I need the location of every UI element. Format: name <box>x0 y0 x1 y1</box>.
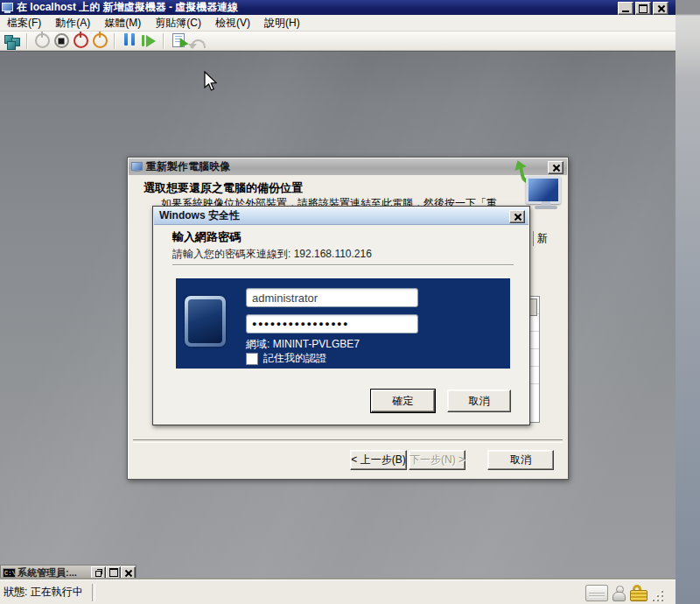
vm-guest-screen: 重新製作電腦映像 選取想要還原之電腦的備份位置 如果系統映像位於外部裝置，請將該… <box>0 51 676 580</box>
menu-view[interactable]: 檢視(V) <box>208 14 257 32</box>
close-icon <box>514 213 522 221</box>
mouse-cursor <box>202 71 217 92</box>
minimize-button[interactable] <box>618 2 634 15</box>
vm-connection-window: 在 localhost 上的 新增虛擬機器 - 虛擬機器連線 檔案(F) 動作(… <box>0 0 676 604</box>
lock-icon <box>630 585 646 601</box>
pause-button[interactable] <box>121 32 138 50</box>
shutdown-button[interactable] <box>72 32 89 50</box>
window-title: 在 localhost 上的 新增虛擬機器 - 虛擬機器連線 <box>17 0 238 15</box>
reimage-heading: 選取想要還原之電腦的備份位置 <box>144 180 303 196</box>
remember-label: 記住我的認證 <box>263 351 326 366</box>
domain-label: 網域: MININT-PVLGBE7 <box>246 337 360 352</box>
vm-connect-app-icon <box>2 3 13 13</box>
username-input[interactable]: administrator <box>246 288 418 307</box>
reimage-dialog-titlebar[interactable]: 重新製作電腦映像 <box>129 158 567 175</box>
resume-button[interactable] <box>140 32 158 50</box>
pause-icon <box>122 33 136 48</box>
close-button[interactable] <box>653 2 668 15</box>
close-icon <box>124 569 132 577</box>
cmd-window-titlebar[interactable]: C:\ 系統管理員:... <box>0 565 136 580</box>
cmd-window-title: 系統管理員:... <box>18 566 91 579</box>
restore-computer-icon <box>519 169 563 211</box>
turn-off-button[interactable] <box>91 32 108 50</box>
remember-credentials-row: 記住我的認證 <box>246 351 326 366</box>
ok-button[interactable]: 確定 <box>371 390 435 412</box>
toolbar-separator <box>114 33 116 49</box>
wizard-separator <box>133 439 563 443</box>
security-cancel-button[interactable]: 取消 <box>447 390 511 412</box>
security-dialog-title: Windows 安全性 <box>159 208 240 223</box>
cmd-restore-button[interactable] <box>91 566 106 579</box>
toolbar-separator <box>163 33 164 49</box>
menu-media[interactable]: 媒體(M) <box>97 14 148 32</box>
toolbar-separator <box>26 33 28 49</box>
security-separator <box>172 264 514 265</box>
stop-button[interactable] <box>52 32 70 50</box>
menu-action[interactable]: 動作(A) <box>48 14 97 32</box>
cmd-icon: C:\ <box>3 568 16 578</box>
user-tile-icon <box>185 296 226 347</box>
status-bar: 狀態: 正在執行中 <box>0 579 676 604</box>
snapshot-button[interactable] <box>170 32 187 50</box>
ctrl-alt-del-button[interactable] <box>4 32 21 50</box>
stop-icon <box>54 33 69 48</box>
security-heading: 輸入網路密碼 <box>172 229 241 245</box>
restore-icon <box>95 569 102 576</box>
display-icon <box>585 585 608 601</box>
menu-help[interactable]: 說明(H) <box>257 14 307 32</box>
power-orange-icon <box>93 33 108 48</box>
back-button[interactable]: < 上一步(B) <box>350 450 407 470</box>
user-session-icon <box>612 586 626 601</box>
maximize-icon <box>639 4 648 13</box>
start-button-disabled <box>33 32 51 50</box>
menu-bar: 檔案(F) 動作(A) 媒體(M) 剪貼簿(C) 檢視(V) 說明(H) <box>0 15 676 32</box>
screenshot-root: 在 localhost 上的 新增虛擬機器 - 虛擬機器連線 檔案(F) 動作(… <box>0 0 700 604</box>
reimage-dialog-title: 重新製作電腦映像 <box>146 159 230 174</box>
security-dialog-titlebar[interactable]: Windows 安全性 <box>154 207 528 225</box>
revert-button-disabled <box>189 32 206 50</box>
power-red-icon <box>74 33 88 48</box>
reimage-dialog-icon <box>131 162 143 172</box>
resize-grip[interactable] <box>653 591 663 601</box>
menu-file[interactable]: 檔案(F) <box>0 14 48 32</box>
toolbar <box>0 32 676 51</box>
security-message: 請輸入您的密碼來連線到: 192.168.110.216 <box>172 247 372 262</box>
revert-icon <box>191 39 206 48</box>
maximize-button[interactable] <box>635 2 651 15</box>
minimize-icon <box>622 11 629 12</box>
ctrl-alt-del-icon <box>4 34 20 48</box>
host-desktop-strip <box>676 0 700 604</box>
password-input[interactable]: ●●●●●●●●●●●●●●●● <box>246 314 418 334</box>
window-titlebar: 在 localhost 上的 新增虛擬機器 - 虛擬機器連線 <box>0 0 676 15</box>
vm-status-text: 狀態: 正在執行中 <box>4 585 83 600</box>
wizard-button-row: < 上一步(B) 下一步(N) > 取消 <box>128 450 568 470</box>
power-gray-icon <box>35 33 50 48</box>
maximize-icon <box>109 568 118 577</box>
credential-panel: administrator ●●●●●●●●●●●●●●●● 網域: MININ… <box>176 278 510 369</box>
cmd-maximize-button[interactable] <box>106 566 121 579</box>
security-close-button[interactable] <box>509 210 525 223</box>
remember-checkbox[interactable] <box>246 353 258 365</box>
menu-clipboard[interactable]: 剪貼簿(C) <box>148 14 208 32</box>
statusbar-separator <box>92 584 95 601</box>
next-button: 下一步(N) > <box>409 450 466 470</box>
snapshot-icon <box>172 33 186 48</box>
resume-icon <box>142 35 156 47</box>
close-icon <box>657 4 665 12</box>
cmd-close-button[interactable] <box>121 566 136 579</box>
refresh-button-clipped[interactable]: 新 <box>533 231 548 246</box>
wizard-cancel-button[interactable]: 取消 <box>487 450 554 470</box>
windows-security-dialog: Windows 安全性 輸入網路密碼 請輸入您的密碼來連線到: 192.168.… <box>152 206 530 425</box>
